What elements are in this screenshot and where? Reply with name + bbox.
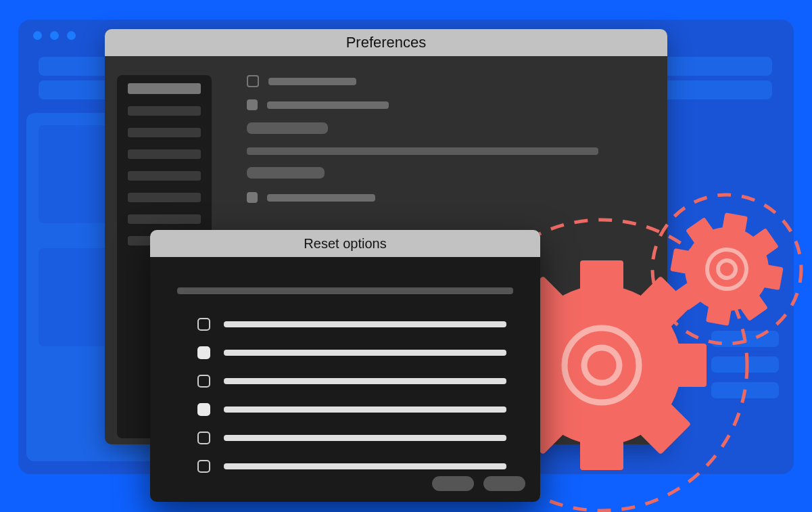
preferences-row	[247, 167, 648, 179]
checkbox-icon[interactable]	[247, 192, 258, 203]
preferences-content	[247, 75, 648, 215]
option-checkbox[interactable]	[197, 318, 210, 331]
dialog-subtitle-placeholder	[177, 287, 513, 294]
reset-option-row	[197, 318, 506, 331]
dialog-primary-button[interactable]	[483, 476, 525, 491]
text-placeholder	[247, 147, 598, 155]
checkbox-icon[interactable]	[247, 75, 259, 87]
preferences-row	[247, 75, 648, 87]
reset-options-title: Reset options	[304, 236, 386, 252]
text-placeholder	[247, 122, 328, 134]
reset-option-row	[197, 460, 506, 473]
reset-options-dialog: Reset options	[150, 230, 540, 502]
text-placeholder	[268, 78, 356, 85]
reset-option-row	[197, 375, 506, 388]
text-placeholder	[267, 194, 375, 202]
dialog-secondary-button[interactable]	[432, 476, 474, 491]
reset-option-row	[197, 346, 506, 359]
sidebar-item[interactable]	[128, 83, 201, 94]
preferences-row	[247, 147, 648, 155]
option-label-placeholder	[224, 378, 506, 384]
stage: Preferences	[0, 0, 812, 512]
option-checkbox[interactable]	[197, 403, 210, 416]
reset-options-list	[197, 318, 506, 488]
preferences-row	[247, 99, 648, 110]
preferences-titlebar: Preferences	[105, 29, 667, 56]
window-dot-icon	[33, 31, 42, 40]
background-placeholder-line	[711, 356, 779, 373]
option-checkbox[interactable]	[197, 346, 210, 359]
reset-options-titlebar: Reset options	[150, 230, 540, 257]
sidebar-item[interactable]	[128, 171, 201, 181]
reset-option-row	[197, 432, 506, 444]
reset-option-row	[197, 403, 506, 416]
sidebar-item[interactable]	[128, 214, 201, 224]
sidebar-item[interactable]	[128, 106, 201, 116]
option-checkbox[interactable]	[197, 375, 210, 388]
background-placeholder-line	[711, 382, 779, 398]
option-label-placeholder	[224, 350, 506, 356]
checkbox-icon[interactable]	[247, 99, 258, 110]
option-label-placeholder	[224, 435, 506, 441]
option-checkbox[interactable]	[197, 460, 210, 473]
text-placeholder	[247, 167, 325, 179]
option-checkbox[interactable]	[197, 432, 210, 444]
preferences-row	[247, 192, 648, 203]
option-label-placeholder	[224, 321, 506, 327]
preferences-row	[247, 122, 648, 134]
background-right-lines	[711, 331, 779, 408]
sidebar-item[interactable]	[128, 128, 201, 137]
preferences-title: Preferences	[346, 34, 427, 51]
background-placeholder-line	[711, 331, 779, 347]
option-label-placeholder	[224, 406, 506, 413]
dialog-button-row	[432, 476, 525, 491]
sidebar-item[interactable]	[128, 193, 201, 202]
text-placeholder	[267, 101, 389, 109]
option-label-placeholder	[224, 463, 506, 469]
window-traffic-lights	[33, 31, 76, 40]
window-dot-icon	[50, 31, 59, 40]
sidebar-item[interactable]	[128, 149, 201, 159]
window-dot-icon	[67, 31, 76, 40]
